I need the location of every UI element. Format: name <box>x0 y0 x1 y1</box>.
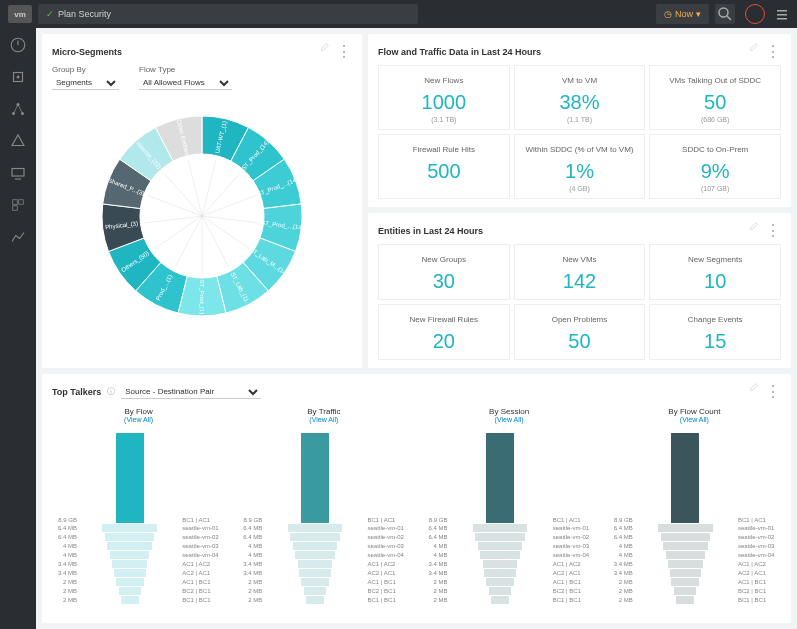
breadcrumb[interactable]: ✓ Plan Security <box>38 4 418 24</box>
dashboard-icon[interactable] <box>9 36 27 54</box>
talker-row[interactable]: 4 MBseattle-vm-04 <box>237 551 410 559</box>
talker-row[interactable]: 6.4 MBseattle-vm-01 <box>237 524 410 532</box>
info-icon[interactable]: ⓘ <box>107 386 115 397</box>
row-value: 2 MB <box>52 579 80 585</box>
talker-row[interactable]: 3.4 MBAC2 | AC1 <box>52 569 225 577</box>
talker-row[interactable]: 2 MBBC1 | BC1 <box>52 596 225 604</box>
talker-row[interactable]: 4 MBseattle-vm-04 <box>52 551 225 559</box>
kpi-tile[interactable]: New Groups30 <box>378 244 510 300</box>
row-value: 2 MB <box>237 597 265 603</box>
more-icon[interactable]: ⋮ <box>765 42 781 61</box>
edit-icon[interactable] <box>749 42 759 52</box>
edit-icon[interactable] <box>749 221 759 231</box>
topology-icon[interactable] <box>9 100 27 118</box>
talker-row[interactable]: 6.4 MBseattle-vm-02 <box>608 533 781 541</box>
kpi-tile[interactable]: New VMs142 <box>514 244 646 300</box>
bar <box>666 551 706 559</box>
talker-row[interactable]: 2 MBAC1 | BC1 <box>423 578 596 586</box>
talker-row[interactable]: 6.4 MBseattle-vm-01 <box>52 524 225 532</box>
talker-row[interactable]: 3.4 MBAC1 | AC2 <box>52 560 225 568</box>
alert-icon[interactable] <box>9 132 27 150</box>
talker-row[interactable]: 2 MBBC2 | BC1 <box>608 587 781 595</box>
talker-row[interactable]: 3.4 MBAC2 | AC1 <box>608 569 781 577</box>
talker-row[interactable]: 2 MBAC1 | BC1 <box>608 578 781 586</box>
card-title: Top Talkers <box>52 387 101 397</box>
row-label: BC2 | BC1 <box>735 588 781 594</box>
talker-row[interactable]: 4 MBseattle-vm-03 <box>237 542 410 550</box>
row-label: seattle-vm-01 <box>550 525 596 531</box>
kpi-tile[interactable]: SDDC to On-Prem9%(107 GB) <box>649 134 781 199</box>
kpi-tile[interactable]: Within SDDC (% of VM to VM)1%(4 GB) <box>514 134 646 199</box>
settings-icon[interactable] <box>9 196 27 214</box>
view-all-link[interactable]: (View All) <box>680 416 709 423</box>
groupby-select[interactable]: Segments <box>52 76 119 90</box>
kpi-tile[interactable]: VMs Talking Out of SDDC50(686 GB) <box>649 65 781 130</box>
bar <box>110 551 150 559</box>
talker-row[interactable]: 4 MBseattle-vm-04 <box>608 551 781 559</box>
kpi-tile[interactable]: New Flows1000(3.1 TB) <box>378 65 510 130</box>
kpi-sub <box>381 185 507 192</box>
view-all-link[interactable]: (View All) <box>309 416 338 423</box>
talker-row[interactable]: 2 MBBC2 | BC1 <box>52 587 225 595</box>
bar <box>480 551 520 559</box>
groupby-label: Group By <box>52 65 119 74</box>
talker-row[interactable]: 2 MBBC2 | BC1 <box>423 587 596 595</box>
row-label: seattle-vm-02 <box>550 534 596 540</box>
kpi-tile[interactable]: New Firewall Rules20 <box>378 304 510 360</box>
kpi-tile[interactable]: VM to VM38%(1.1 TB) <box>514 65 646 130</box>
row-label: seattle-vm-02 <box>179 534 225 540</box>
edit-icon[interactable] <box>320 42 330 52</box>
talker-row[interactable]: 3.4 MBAC1 | AC2 <box>237 560 410 568</box>
kpi-tile[interactable]: Open Problems50 <box>514 304 646 360</box>
view-all-link[interactable]: (View All) <box>124 416 153 423</box>
more-icon[interactable]: ⋮ <box>765 382 781 401</box>
talker-row[interactable]: 4 MBseattle-vm-04 <box>423 551 596 559</box>
talker-row[interactable]: 6.4 MBseattle-vm-01 <box>423 524 596 532</box>
talker-row[interactable]: 8.9 GBBC1 | AC1 <box>423 427 596 523</box>
talker-row[interactable]: 6.4 MBseattle-vm-02 <box>423 533 596 541</box>
talker-row[interactable]: 8.9 GBBC1 | AC1 <box>52 427 225 523</box>
talker-column: By Flow(View All)8.9 GBBC1 | AC16.4 MBse… <box>52 407 225 605</box>
more-icon[interactable]: ⋮ <box>336 42 352 61</box>
talker-row[interactable]: 2 MBBC1 | BC1 <box>237 596 410 604</box>
row-label: AC2 | AC1 <box>365 570 411 576</box>
kpi-tile[interactable]: New Segments10 <box>649 244 781 300</box>
talker-row[interactable]: 3.4 MBAC2 | AC1 <box>423 569 596 577</box>
talker-row[interactable]: 4 MBseattle-vm-03 <box>423 542 596 550</box>
talker-row[interactable]: 3.4 MBAC2 | AC1 <box>237 569 410 577</box>
search-button[interactable] <box>715 4 735 24</box>
talker-row[interactable]: 8.9 GBBC1 | AC1 <box>237 427 410 523</box>
more-icon[interactable]: ⋮ <box>765 221 781 240</box>
pair-select[interactable]: Source - Destination Pair <box>121 385 261 399</box>
kpi-tile[interactable]: Change Events15 <box>649 304 781 360</box>
menu-icon[interactable] <box>775 7 789 21</box>
talker-row[interactable]: 6.4 MBseattle-vm-01 <box>608 524 781 532</box>
talker-row[interactable]: 2 MBBC1 | BC1 <box>423 596 596 604</box>
talker-row[interactable]: 6.4 MBseattle-vm-02 <box>237 533 410 541</box>
donut-chart[interactable]: UAT-WT_(1)ST_Prod_(14)ST_Prod_...(14)ST_… <box>52 96 352 336</box>
talker-row[interactable]: 8.9 GBBC1 | AC1 <box>608 427 781 523</box>
svg-line-24 <box>202 216 229 267</box>
user-avatar[interactable] <box>745 4 765 24</box>
talker-row[interactable]: 4 MBseattle-vm-03 <box>608 542 781 550</box>
monitor-icon[interactable] <box>9 164 27 182</box>
analytics-icon[interactable] <box>9 228 27 246</box>
kpi-tile[interactable]: Firewall Rule Hits500 <box>378 134 510 199</box>
time-range-selector[interactable]: ◷ Now ▾ <box>656 4 709 24</box>
row-value: 3.4 MB <box>52 561 80 567</box>
edit-icon[interactable] <box>749 382 759 392</box>
talker-column: By Session(View All)8.9 GBBC1 | AC16.4 M… <box>423 407 596 605</box>
talker-row[interactable]: 3.4 MBAC1 | AC2 <box>608 560 781 568</box>
talker-row[interactable]: 6.4 MBseattle-vm-02 <box>52 533 225 541</box>
security-icon[interactable] <box>9 68 27 86</box>
row-value: 2 MB <box>608 579 636 585</box>
talker-row[interactable]: 2 MBBC1 | BC1 <box>608 596 781 604</box>
vmware-logo: vm <box>8 5 32 23</box>
talker-row[interactable]: 3.4 MBAC1 | AC2 <box>423 560 596 568</box>
talker-row[interactable]: 4 MBseattle-vm-03 <box>52 542 225 550</box>
flowtype-select[interactable]: All Allowed Flows <box>139 76 232 90</box>
talker-row[interactable]: 2 MBAC1 | BC1 <box>52 578 225 586</box>
talker-row[interactable]: 2 MBBC2 | BC1 <box>237 587 410 595</box>
view-all-link[interactable]: (View All) <box>495 416 524 423</box>
talker-row[interactable]: 2 MBAC1 | BC1 <box>237 578 410 586</box>
